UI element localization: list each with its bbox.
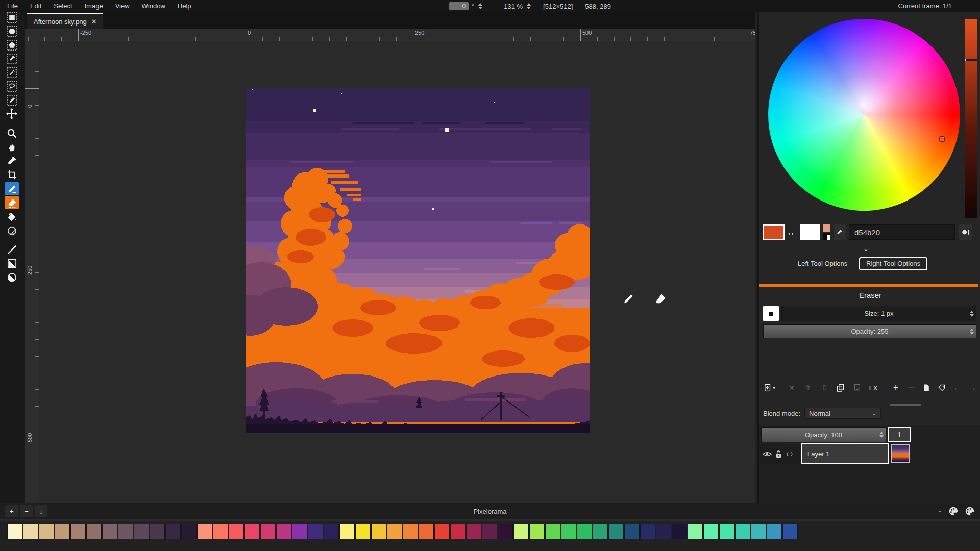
palette-swatch[interactable] [640, 524, 655, 539]
palette-swatch[interactable] [529, 524, 545, 539]
paint-select-tool[interactable] [5, 93, 19, 107]
add-layer-button[interactable]: ▾ [761, 382, 778, 394]
palette-swatch[interactable] [450, 524, 465, 539]
line-tool[interactable] [5, 243, 19, 256]
palette-swatch[interactable] [545, 524, 560, 539]
palette-swatch[interactable] [593, 524, 608, 539]
tool-opacity-spinner[interactable] [970, 329, 974, 335]
zoom-tool[interactable] [5, 127, 19, 140]
tab-close-icon[interactable]: ✕ [91, 18, 97, 26]
palette-swatch[interactable] [86, 524, 102, 539]
merge-down-button[interactable] [851, 382, 863, 394]
tab-left-tool-options[interactable]: Left Tool Options [792, 257, 853, 270]
palette-swatch[interactable] [751, 524, 766, 539]
color-mode-button[interactable] [959, 224, 972, 240]
palette-swatch[interactable] [577, 524, 592, 539]
polygon-select-tool[interactable] [5, 38, 19, 52]
palette-swatch[interactable] [244, 524, 260, 539]
pan-tool[interactable] [5, 140, 19, 154]
palette-swatch[interactable] [482, 524, 497, 539]
secondary-color-swatch[interactable] [800, 224, 820, 240]
layer-visibility-icon[interactable] [762, 450, 772, 458]
palette-swatch[interactable] [55, 524, 70, 539]
shading-tool[interactable] [5, 224, 19, 237]
palette-swatch[interactable] [387, 524, 402, 539]
palette-swatch[interactable] [339, 524, 355, 539]
clone-layer-button[interactable] [835, 382, 847, 394]
rectangle-select-tool[interactable] [5, 11, 19, 24]
move-layer-down-button[interactable]: ⇩ [818, 382, 830, 394]
lasso-tool[interactable] [5, 80, 19, 93]
palette-swatch[interactable] [197, 524, 212, 539]
menu-help[interactable]: Help [172, 0, 198, 12]
menu-window[interactable]: Window [136, 0, 172, 12]
layer-thumbnail[interactable] [891, 444, 910, 463]
palette-swatch[interactable] [260, 524, 276, 539]
palette-swatch[interactable] [688, 524, 703, 539]
prev-frame-button[interactable]: ← [951, 382, 963, 394]
palette-swatch[interactable] [624, 524, 640, 539]
zoom-value[interactable]: 131 % [504, 3, 523, 10]
layer-name-cell[interactable]: Layer 1 [801, 443, 889, 464]
crop-tool[interactable] [5, 168, 19, 181]
add-palette-button[interactable] [963, 505, 976, 518]
add-layer-dropdown-icon[interactable]: ▾ [773, 385, 775, 390]
palette-swatch[interactable] [403, 524, 418, 539]
palette-swatch[interactable] [324, 524, 339, 539]
timeline-scrollbar[interactable] [890, 404, 921, 406]
menu-select[interactable]: Select [47, 0, 78, 12]
menu-view[interactable]: View [109, 0, 136, 12]
palette-swatch[interactable] [782, 524, 798, 539]
magic-wand-tool[interactable] [5, 66, 19, 79]
move-layer-up-button[interactable]: ⇧ [802, 382, 814, 394]
palette-swatch[interactable] [656, 524, 671, 539]
layer-fx-button[interactable]: FX [867, 382, 879, 394]
value-slider[interactable] [965, 19, 977, 218]
swap-colors-icon[interactable]: ↔ [787, 228, 795, 243]
palette-swatch[interactable] [498, 524, 513, 539]
blend-mode-dropdown[interactable]: Normal ⌄ [804, 408, 881, 419]
remove-layer-button[interactable]: ✕ [786, 382, 798, 394]
bucket-tool[interactable] [5, 210, 19, 223]
palette-swatch[interactable] [371, 524, 386, 539]
eyedropper-button[interactable] [834, 224, 846, 240]
menu-image[interactable]: Image [79, 0, 109, 12]
palette-swatch[interactable] [70, 524, 86, 539]
remove-frame-button[interactable]: − [905, 382, 917, 394]
palette-swatch[interactable] [276, 524, 291, 539]
vertical-ruler[interactable]: 0250500 [24, 41, 39, 503]
rectangle-tool[interactable] [5, 257, 19, 270]
color-wheel-cursor[interactable] [939, 136, 945, 142]
palette-swatch[interactable] [165, 524, 181, 539]
zoom-spinner[interactable] [527, 3, 531, 9]
menu-edit[interactable]: Edit [24, 0, 47, 12]
hex-color-input[interactable] [849, 224, 955, 240]
palette-swatch[interactable] [134, 524, 149, 539]
canvas-image[interactable] [246, 88, 590, 433]
palette-swatch[interactable] [513, 524, 529, 539]
clone-frame-button[interactable] [920, 382, 933, 394]
palette-swatch[interactable] [39, 524, 54, 539]
palette-swatch[interactable] [608, 524, 624, 539]
rotation-spinner[interactable] [478, 3, 482, 9]
palette-swatch[interactable] [355, 524, 371, 539]
horizontal-ruler[interactable]: -250025050075 [24, 29, 755, 41]
palette-swatch[interactable] [102, 524, 117, 539]
palette-swatch[interactable] [308, 524, 323, 539]
color-picker-tool[interactable] [5, 154, 19, 167]
palette-swatch[interactable] [7, 524, 22, 539]
palette-swatch[interactable] [118, 524, 133, 539]
palette-swatch[interactable] [434, 524, 450, 539]
rotation-input[interactable]: 0 [449, 2, 469, 10]
layer-lock-icon[interactable] [775, 450, 782, 459]
size-spinner[interactable] [970, 311, 974, 317]
palette-swatch[interactable] [150, 524, 165, 539]
palette-scrollbar[interactable] [0, 519, 980, 521]
palette-swatch[interactable] [181, 524, 197, 539]
tag-frame-button[interactable] [936, 382, 948, 394]
palette-select-dropdown-icon[interactable]: ⌄ [937, 507, 942, 514]
move-tool[interactable] [5, 107, 19, 120]
palette-swatch[interactable] [735, 524, 750, 539]
add-frame-button[interactable]: + [890, 382, 902, 394]
palette-swatch[interactable] [213, 524, 228, 539]
